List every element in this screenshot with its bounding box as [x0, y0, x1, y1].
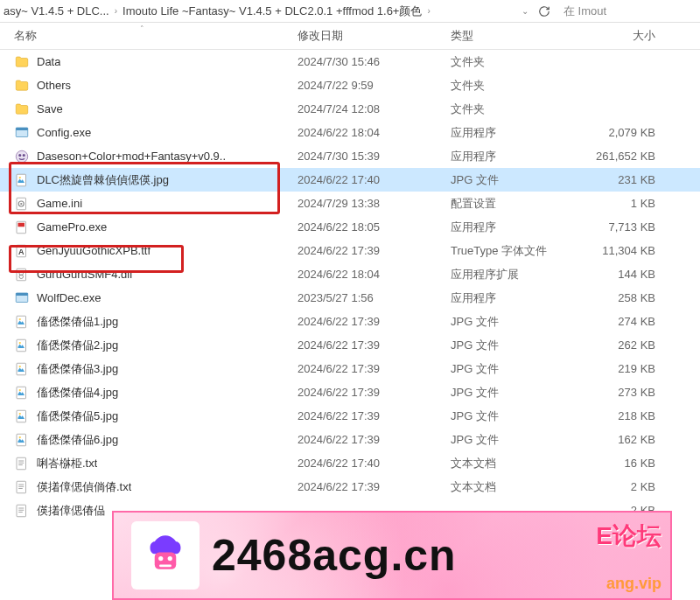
svg-point-23: [19, 365, 21, 366]
svg-text:A: A: [18, 247, 24, 255]
svg-point-6: [19, 176, 21, 178]
svg-point-21: [19, 341, 21, 343]
file-date: 2024/6/22 17:40: [298, 457, 451, 470]
file-name: 偀撯傽偲偵倘偆.txt: [37, 479, 131, 495]
file-row[interactable]: WolfDec.exe2023/5/27 1:56应用程序258 KB: [0, 286, 700, 310]
header-name[interactable]: 名称: [14, 28, 298, 44]
file-row[interactable]: Config.exe2024/6/22 18:04应用程序2,079 KB: [0, 121, 700, 144]
file-row[interactable]: 傗僁傑偆偘5.jpg2024/6/22 17:39JPG 文件218 KB: [0, 404, 700, 428]
file-row[interactable]: Game.ini2024/7/29 13:38配置设置1 KB: [0, 192, 700, 215]
file-row[interactable]: 唎峇椕栕.txt2024/6/22 17:40文本文档16 KB: [0, 451, 700, 475]
file-date: 2024/7/29 13:38: [298, 197, 451, 210]
file-row[interactable]: Data2024/7/30 15:46文件夹: [0, 50, 700, 73]
file-date: 2024/6/22 17:40: [298, 173, 451, 186]
txt-icon: [14, 503, 30, 519]
file-row[interactable]: GamePro.exe2024/6/22 18:05应用程序7,713 KB: [0, 215, 700, 239]
dll-icon: [14, 267, 30, 283]
txt-icon: [14, 456, 30, 471]
file-row[interactable]: 傗僁傑偆偘6.jpg2024/6/22 17:39JPG 文件162 KB: [0, 428, 700, 451]
file-date: 2024/6/22 17:39: [298, 409, 451, 422]
svg-point-4: [23, 154, 25, 157]
file-size: 2,079 KB: [573, 126, 669, 139]
svg-rect-26: [17, 410, 26, 422]
file-name: 傗僁傑偆偘2.jpg: [37, 338, 118, 353]
column-headers: ˄ 名称 修改日期 类型 大小: [0, 23, 700, 50]
file-row[interactable]: 偀撯傽偲偵倘偆.txt2024/6/22 17:39文本文档2 KB: [0, 475, 700, 499]
file-row[interactable]: AGenJyuuGothicXPB.ttf2024/6/22 17:39True…: [0, 239, 700, 262]
chevron-right-icon: ›: [113, 6, 119, 16]
header-date[interactable]: 修改日期: [298, 28, 451, 44]
font-icon: A: [14, 243, 30, 259]
jpg-icon: [14, 314, 30, 330]
file-size: 2 KB: [573, 480, 669, 493]
file-row[interactable]: 傗僁傑偆偘1.jpg2024/6/22 17:39JPG 文件274 KB: [0, 310, 700, 333]
breadcrumb-item-2[interactable]: Imouto Life ~Fantasy~ V1.4.5 + DLC2.0.1 …: [122, 3, 422, 19]
svg-rect-17: [16, 293, 28, 296]
file-name: GenJyuuGothicXPB.ttf: [37, 244, 150, 257]
file-size: 258 KB: [573, 291, 669, 304]
breadcrumb-item-1[interactable]: asy~ V1.4.5 + DLC...: [4, 4, 109, 17]
file-type: 文件夹: [451, 78, 573, 94]
file-date: 2024/6/22 17:39: [298, 244, 451, 257]
file-row[interactable]: Save2024/7/24 12:08文件夹: [0, 97, 700, 121]
file-type: 配置设置: [451, 196, 573, 212]
exe-icon: [14, 290, 30, 306]
file-type: JPG 文件: [451, 361, 573, 377]
dropdown-icon[interactable]: ⌄: [518, 6, 532, 16]
file-type: JPG 文件: [451, 432, 573, 448]
file-row[interactable]: 傗僁傑偆偘3.jpg2024/6/22 17:39JPG 文件219 KB: [0, 357, 700, 380]
file-size: 261,652 KB: [573, 150, 669, 163]
file-name: WolfDec.exe: [37, 291, 101, 304]
file-size: 11,304 KB: [573, 244, 669, 257]
file-size: 219 KB: [573, 362, 669, 375]
svg-point-3: [18, 154, 21, 157]
svg-point-25: [19, 388, 21, 390]
file-name: Config.exe: [37, 126, 91, 139]
header-size[interactable]: 大小: [573, 28, 669, 44]
folder-icon: [14, 54, 30, 70]
svg-point-2: [16, 150, 28, 163]
file-size: 231 KB: [573, 173, 669, 186]
search-input[interactable]: 在 Imout: [556, 2, 696, 21]
file-date: 2024/7/22 9:59: [298, 79, 451, 92]
file-row[interactable]: DLC撚旋曾棘偵偵偲偀.jpg2024/6/22 17:40JPG 文件231 …: [0, 168, 700, 192]
file-row[interactable]: Daseson+Color+mod+Fantasy+v0.9..2024/7/3…: [0, 144, 700, 168]
file-date: 2024/7/24 12:08: [298, 102, 451, 115]
file-name: Data: [37, 55, 60, 68]
file-type: 文件夹: [451, 101, 573, 117]
chevron-right-icon: ›: [425, 6, 431, 16]
ini-icon: [14, 196, 30, 212]
file-date: 2024/6/22 18:04: [298, 268, 451, 281]
file-type: 文本文档: [451, 456, 573, 471]
svg-rect-1: [16, 128, 28, 130]
file-type: 应用程序: [451, 290, 573, 306]
file-type: 应用程序: [451, 149, 573, 164]
file-name: 傗僁傑偆偘5.jpg: [37, 408, 118, 424]
file-row[interactable]: 傗僁傑偆偘4.jpg2024/6/22 17:39JPG 文件273 KB: [0, 380, 700, 404]
file-type: 应用程序: [451, 220, 573, 235]
file-size: 7,713 KB: [573, 220, 669, 234]
breadcrumb[interactable]: asy~ V1.4.5 + DLC... › Imouto Life ~Fant…: [0, 0, 700, 23]
file-row[interactable]: GuruGuruSMF4.dll2024/6/22 18:04应用程序扩展144…: [0, 262, 700, 286]
app-icon: [14, 149, 30, 164]
jpg-icon: [14, 432, 30, 448]
file-date: 2024/6/22 17:39: [298, 362, 451, 375]
file-row[interactable]: Others2024/7/22 9:59文件夹: [0, 73, 700, 97]
file-type: JPG 文件: [451, 314, 573, 330]
svg-rect-34: [17, 481, 26, 493]
svg-rect-38: [17, 505, 26, 517]
header-type[interactable]: 类型: [451, 28, 573, 44]
refresh-icon[interactable]: [536, 3, 553, 20]
folder-icon: [14, 78, 30, 94]
watermark-banner: 2468acg.cn E论坛 ang.vip: [112, 511, 672, 522]
banner-side-text-1: E论坛: [596, 520, 662, 522]
svg-rect-28: [17, 434, 26, 446]
svg-point-9: [20, 202, 22, 204]
sort-indicator-icon: ˄: [140, 24, 144, 33]
svg-rect-20: [17, 339, 26, 352]
jpg-icon: [14, 408, 30, 424]
file-name: GamePro.exe: [37, 220, 107, 234]
file-row[interactable]: 傗僁傑偆偘2.jpg2024/6/22 17:39JPG 文件262 KB: [0, 333, 700, 357]
file-type: 应用程序: [451, 125, 573, 141]
file-name: Save: [37, 102, 63, 115]
